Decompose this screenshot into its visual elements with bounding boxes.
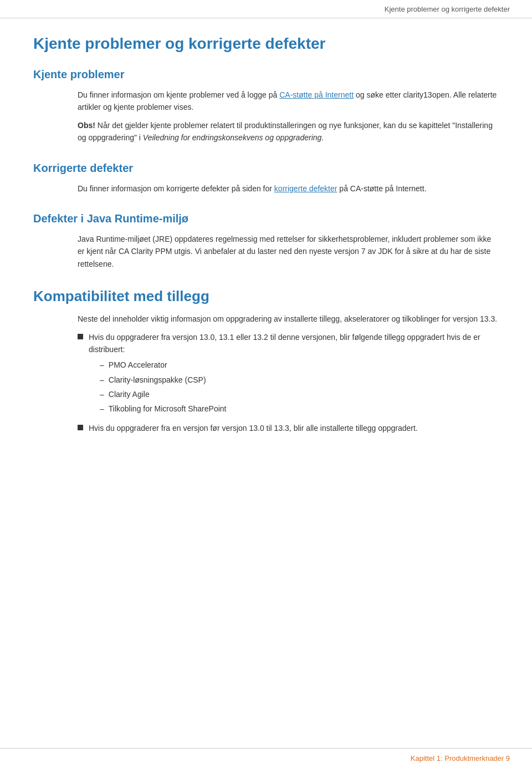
- section-content-kjente-problemer: Du finner informasjon om kjente probleme…: [33, 89, 499, 144]
- java-runtime-paragraph: Java Runtime-miljøet (JRE) oppdateres re…: [78, 233, 499, 270]
- kompatibilitet-intro: Neste del inneholder viktig informasjon …: [78, 313, 499, 325]
- footer-text: Kapittel 1: Produktmerknader 9: [411, 754, 510, 762]
- section-content-java-runtime: Java Runtime-miljøet (JRE) oppdateres re…: [33, 233, 499, 270]
- ca-stoette-link[interactable]: CA-støtte på Internett: [279, 90, 354, 99]
- sub-list-item: – Tilkobling for Microsoft SharePoint: [100, 403, 499, 415]
- sub-list-item: – Clarity-løsningspakke (CSP): [100, 374, 499, 386]
- section-title-korrigerte-defekter: Korrigerte defekter: [33, 162, 499, 175]
- sub-list-item: – PMO Accelerator: [100, 359, 499, 371]
- page-title: Kjente problemer og korrigerte defekter: [33, 35, 499, 53]
- sub-item-text: PMO Accelerator: [109, 359, 167, 371]
- page-header: Kjente problemer og korrigerte defekter: [0, 0, 532, 18]
- list-item-text: Hvis du oppgraderer fra en versjon før v…: [89, 424, 418, 433]
- section-korrigerte-defekter: Korrigerte defekter Du finner informasjo…: [33, 162, 499, 195]
- section-title-kompatibilitet: Kompatibilitet med tillegg: [33, 288, 499, 305]
- header-title: Kjente problemer og korrigerte defekter: [385, 5, 510, 13]
- korrigerte-defekter-paragraph: Du finner informasjon om korrigerte defe…: [78, 182, 499, 195]
- dash-icon: –: [100, 374, 104, 386]
- kjente-problemer-obs: Obs! Når det gjelder kjente problemer re…: [78, 119, 499, 144]
- bullet-icon: [78, 334, 83, 339]
- list-item-content: Hvis du oppgraderer fra versjon 13.0, 13…: [89, 331, 499, 418]
- sub-list: – PMO Accelerator – Clarity-løsningspakk…: [89, 359, 499, 415]
- section-title-java-runtime: Defekter i Java Runtime-miljø: [33, 212, 499, 225]
- kompatibilitet-bullet-list: Hvis du oppgraderer fra versjon 13.0, 13…: [78, 331, 499, 435]
- section-content-korrigerte-defekter: Du finner informasjon om korrigerte defe…: [33, 182, 499, 195]
- page-footer: Kapittel 1: Produktmerknader 9: [0, 748, 532, 768]
- list-item: Hvis du oppgraderer fra en versjon før v…: [78, 422, 499, 434]
- sub-item-text-clarity-agile: Clarity Agile: [109, 388, 150, 400]
- main-content: Kjente problemer og korrigerte defekter …: [0, 18, 532, 496]
- korrigerte-defekter-link[interactable]: korrigerte defekter: [274, 184, 337, 193]
- obs-label: Obs!: [78, 121, 95, 130]
- list-item-text: Hvis du oppgraderer fra versjon 13.0, 13…: [89, 333, 480, 354]
- kjente-problemer-paragraph1: Du finner informasjon om kjente probleme…: [78, 89, 499, 114]
- section-title-kjente-problemer: Kjente problemer: [33, 68, 499, 81]
- section-java-runtime: Defekter i Java Runtime-miljø Java Runti…: [33, 212, 499, 270]
- list-item-content: Hvis du oppgraderer fra en versjon før v…: [89, 422, 418, 434]
- section-content-kompatibilitet: Neste del inneholder viktig informasjon …: [33, 313, 499, 434]
- sub-item-text: Tilkobling for Microsoft SharePoint: [109, 403, 227, 415]
- bullet-icon: [78, 425, 83, 430]
- dash-icon: –: [100, 388, 104, 400]
- dash-icon: –: [100, 403, 104, 415]
- veiledning-italic: Veiledning for endringskonsekvens og opp…: [143, 133, 321, 142]
- section-kompatibilitet: Kompatibilitet med tillegg Neste del inn…: [33, 288, 499, 434]
- list-item: Hvis du oppgraderer fra versjon 13.0, 13…: [78, 331, 499, 418]
- sub-list-item: – Clarity Agile: [100, 388, 499, 400]
- dash-icon: –: [100, 359, 104, 371]
- sub-item-text: Clarity-løsningspakke (CSP): [109, 374, 206, 386]
- section-kjente-problemer: Kjente problemer Du finner informasjon o…: [33, 68, 499, 144]
